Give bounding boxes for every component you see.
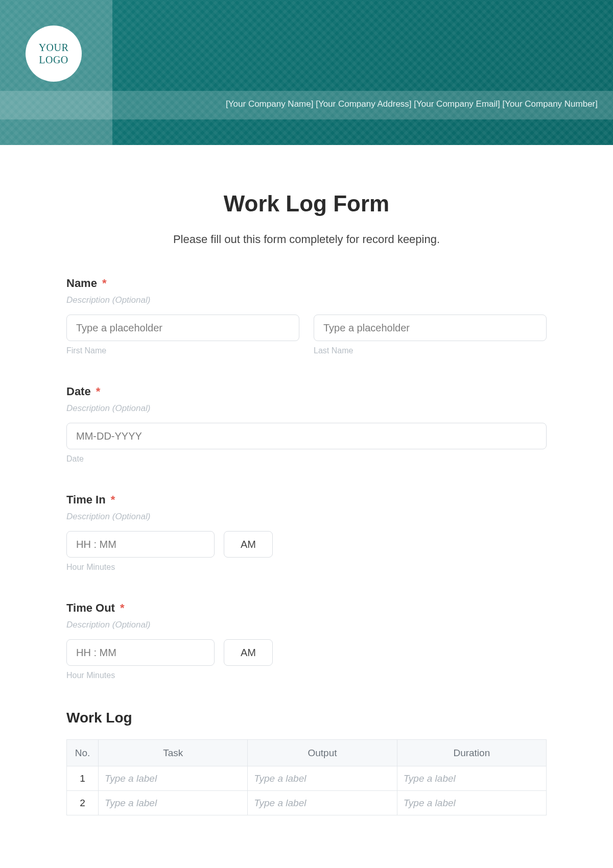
last-name-sublabel: Last Name bbox=[314, 346, 547, 355]
logo-text-line2: LOGO bbox=[39, 54, 68, 65]
field-date: Date * Description (Optional) Date bbox=[66, 385, 547, 464]
date-label: Date * bbox=[66, 385, 547, 398]
worklog-title: Work Log bbox=[66, 710, 547, 726]
row-number: 1 bbox=[67, 766, 99, 791]
required-mark: * bbox=[102, 277, 107, 290]
time-in-sublabel: Hour Minutes bbox=[66, 563, 215, 572]
required-mark: * bbox=[96, 385, 101, 398]
date-sublabel: Date bbox=[66, 454, 547, 464]
field-name: Name * Description (Optional) First Name… bbox=[66, 277, 547, 355]
logo-text-line1: YOUR bbox=[39, 42, 69, 53]
field-time-in: Time In * Description (Optional) Hour Mi… bbox=[66, 493, 547, 572]
row-number: 2 bbox=[67, 791, 99, 815]
time-out-label: Time Out * bbox=[66, 601, 547, 615]
output-cell[interactable]: Type a label bbox=[248, 766, 397, 791]
table-row: 1 Type a label Type a label Type a label bbox=[67, 766, 547, 791]
date-input[interactable] bbox=[66, 423, 547, 449]
col-header-task: Task bbox=[99, 740, 248, 766]
company-info-line: [Your Company Name] [Your Company Addres… bbox=[226, 99, 598, 109]
col-header-no: No. bbox=[67, 740, 99, 766]
time-in-label: Time In * bbox=[66, 493, 547, 507]
field-time-out: Time Out * Description (Optional) Hour M… bbox=[66, 601, 547, 680]
col-header-duration: Duration bbox=[397, 740, 546, 766]
time-in-hhmm-input[interactable] bbox=[66, 531, 215, 558]
form-subtitle: Please fill out this form completely for… bbox=[66, 233, 547, 246]
duration-cell[interactable]: Type a label bbox=[397, 791, 546, 815]
date-description: Description (Optional) bbox=[66, 403, 547, 414]
time-out-hhmm-input[interactable] bbox=[66, 639, 215, 666]
task-cell[interactable]: Type a label bbox=[99, 791, 248, 815]
first-name-input[interactable] bbox=[66, 315, 299, 341]
time-out-description: Description (Optional) bbox=[66, 620, 547, 630]
time-out-ampm-select[interactable]: AM bbox=[224, 639, 273, 666]
duration-cell[interactable]: Type a label bbox=[397, 766, 546, 791]
name-label: Name * bbox=[66, 277, 547, 290]
worklog-header-row: No. Task Output Duration bbox=[67, 740, 547, 766]
worklog-table: No. Task Output Duration 1 Type a label … bbox=[66, 739, 547, 815]
time-in-ampm-select[interactable]: AM bbox=[224, 531, 273, 558]
time-in-description: Description (Optional) bbox=[66, 512, 547, 522]
name-description: Description (Optional) bbox=[66, 295, 547, 305]
required-mark: * bbox=[120, 601, 125, 614]
logo-placeholder: YOUR LOGO bbox=[26, 26, 82, 82]
last-name-input[interactable] bbox=[314, 315, 547, 341]
task-cell[interactable]: Type a label bbox=[99, 766, 248, 791]
header-banner: YOUR LOGO [Your Company Name] [Your Comp… bbox=[0, 0, 613, 145]
output-cell[interactable]: Type a label bbox=[248, 791, 397, 815]
first-name-sublabel: First Name bbox=[66, 346, 299, 355]
time-out-sublabel: Hour Minutes bbox=[66, 671, 215, 680]
col-header-output: Output bbox=[248, 740, 397, 766]
worklog-section: Work Log No. Task Output Duration 1 Type… bbox=[66, 710, 547, 815]
form-content: Work Log Form Please fill out this form … bbox=[0, 145, 613, 815]
table-row: 2 Type a label Type a label Type a label bbox=[67, 791, 547, 815]
required-mark: * bbox=[111, 493, 115, 506]
form-title: Work Log Form bbox=[66, 191, 547, 216]
